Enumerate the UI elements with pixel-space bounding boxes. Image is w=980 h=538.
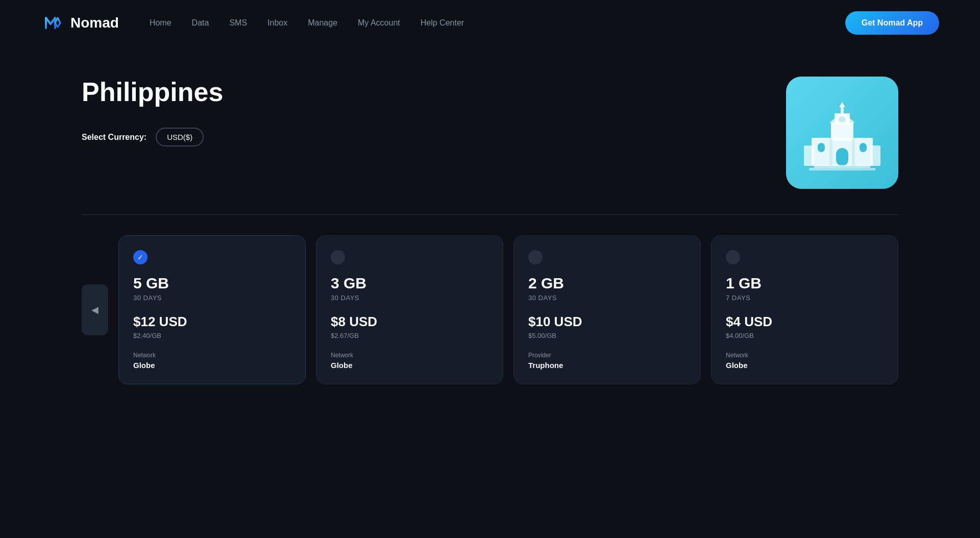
nav-inbox[interactable]: Inbox: [267, 18, 287, 28]
svg-rect-14: [809, 168, 875, 170]
plan-card-3gb[interactable]: 3 GB 30 DAYS $8 USD $2.67/GB Network Glo…: [316, 235, 503, 384]
plan-provider-name-5gb: Globe: [133, 361, 291, 370]
country-section: Philippines Select Currency: USD($): [82, 77, 898, 189]
plan-data-3gb: 3 GB: [331, 275, 488, 292]
plan-selector-5gb[interactable]: ✓: [133, 250, 148, 264]
plan-per-gb-2gb: $5.00/GB: [528, 332, 686, 339]
section-divider: [82, 214, 898, 215]
get-nomad-app-button[interactable]: Get Nomad App: [845, 11, 939, 35]
svg-rect-11: [804, 145, 814, 166]
svg-rect-13: [814, 165, 870, 168]
country-title: Philippines: [82, 77, 755, 107]
plans-section: ◀ ✓ 5 GB 30 DAYS $12 USD $2.40/GB Networ…: [82, 235, 898, 384]
currency-label: Select Currency:: [82, 133, 146, 142]
plan-data-2gb: 2 GB: [528, 275, 686, 292]
plan-days-3gb: 30 DAYS: [331, 294, 488, 302]
logo-text: Nomad: [70, 15, 119, 31]
country-info: Philippines Select Currency: USD($): [82, 77, 755, 146]
nav-manage[interactable]: Manage: [308, 18, 337, 28]
currency-selector[interactable]: USD($): [156, 128, 204, 146]
navbar: Nomad Home Data SMS Inbox Manage My Acco…: [0, 0, 980, 46]
svg-rect-5: [831, 123, 853, 140]
plan-data-1gb: 1 GB: [726, 275, 884, 292]
currency-row: Select Currency: USD($): [82, 128, 755, 146]
nav-help-center[interactable]: Help Center: [421, 18, 464, 28]
checkmark-icon: ✓: [137, 253, 143, 261]
plan-per-gb-1gb: $4.00/GB: [726, 332, 884, 339]
plan-price-5gb: $12 USD: [133, 314, 291, 330]
main-content: Philippines Select Currency: USD($): [41, 46, 939, 384]
svg-rect-9: [841, 106, 844, 114]
plan-days-2gb: 30 DAYS: [528, 294, 686, 302]
svg-rect-16: [852, 138, 855, 166]
nav-links: Home Data SMS Inbox Manage My Account He…: [150, 18, 845, 28]
svg-rect-3: [818, 143, 825, 152]
plan-provider-label-1gb: Network: [726, 352, 884, 359]
philippines-landmark-icon: [801, 92, 883, 174]
plan-price-3gb: $8 USD: [331, 314, 488, 330]
plans-prev-button[interactable]: ◀: [82, 284, 108, 335]
nav-home[interactable]: Home: [150, 18, 172, 28]
plan-provider-name-3gb: Globe: [331, 361, 488, 370]
plan-price-1gb: $4 USD: [726, 314, 884, 330]
plan-card-1gb[interactable]: 1 GB 7 DAYS $4 USD $4.00/GB Network Glob…: [711, 235, 898, 384]
svg-rect-12: [870, 145, 880, 166]
svg-rect-4: [860, 143, 867, 152]
svg-rect-2: [836, 148, 848, 166]
svg-rect-0: [41, 11, 65, 35]
plan-per-gb-3gb: $2.67/GB: [331, 332, 488, 339]
plan-per-gb-5gb: $2.40/GB: [133, 332, 291, 339]
nav-my-account[interactable]: My Account: [358, 18, 400, 28]
plan-days-5gb: 30 DAYS: [133, 294, 291, 302]
logo[interactable]: Nomad: [41, 11, 119, 35]
plan-provider-label-2gb: Provider: [528, 352, 686, 359]
country-image: [786, 77, 898, 189]
plan-card-2gb[interactable]: 2 GB 30 DAYS $10 USD $5.00/GB Provider T…: [513, 235, 701, 384]
nav-sms[interactable]: SMS: [229, 18, 247, 28]
nav-data[interactable]: Data: [192, 18, 209, 28]
plan-provider-name-2gb: Truphone: [528, 361, 686, 370]
plan-provider-label-5gb: Network: [133, 352, 291, 359]
plan-provider-name-1gb: Globe: [726, 361, 884, 370]
plan-card-5gb[interactable]: ✓ 5 GB 30 DAYS $12 USD $2.40/GB Network …: [118, 235, 306, 384]
nomad-logo-icon: [41, 11, 65, 35]
plan-selector-2gb[interactable]: [528, 250, 543, 264]
plan-data-5gb: 5 GB: [133, 275, 291, 292]
plans-grid: ✓ 5 GB 30 DAYS $12 USD $2.40/GB Network …: [118, 235, 898, 384]
plan-selector-1gb[interactable]: [726, 250, 740, 264]
plan-provider-label-3gb: Network: [331, 352, 488, 359]
plan-selector-3gb[interactable]: [331, 250, 345, 264]
svg-rect-15: [829, 138, 832, 166]
svg-marker-10: [839, 102, 845, 107]
plan-price-2gb: $10 USD: [528, 314, 686, 330]
chevron-left-icon: ◀: [91, 304, 99, 315]
plan-days-1gb: 7 DAYS: [726, 294, 884, 302]
